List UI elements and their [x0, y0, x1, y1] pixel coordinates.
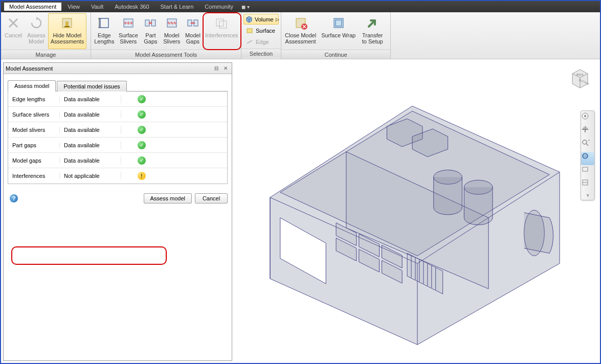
cursor-icon: ▷ — [276, 17, 279, 22]
viewport[interactable]: BACK BOTTOM + ▾ — [234, 60, 598, 361]
tab-potential-issues[interactable]: Potential model issues — [57, 81, 126, 92]
status-ok-icon: ✓ — [138, 126, 146, 134]
nav-pan-icon[interactable] — [581, 125, 594, 139]
help-icon[interactable]: ? — [10, 194, 18, 202]
menu-view[interactable]: View — [62, 3, 85, 11]
status-ok-icon: ✓ — [138, 156, 146, 165]
model-gaps-icon — [185, 15, 201, 31]
interferences-button[interactable]: Interferences — [203, 13, 240, 49]
assess-model-button[interactable]: Assess Model — [25, 13, 48, 49]
cancel-panel-button[interactable]: Cancel — [195, 193, 228, 203]
menu-start-learn[interactable]: Start & Learn — [155, 3, 199, 11]
status-ok-icon: ✓ — [138, 141, 146, 149]
surface-icon — [246, 27, 254, 35]
edge-lengths-button[interactable]: Edge Lengths — [92, 13, 117, 49]
nav-expand-icon[interactable]: ▾ — [581, 192, 594, 199]
menu-model-assessment[interactable]: Model Assessment — [4, 3, 61, 11]
table-row-interferences: Interferences Not applicable ! — [8, 168, 227, 184]
ribbon-group-continue-label: Continue — [281, 50, 390, 59]
part-gaps-icon — [142, 15, 159, 31]
hide-label1: Hide Model — [53, 32, 82, 38]
assess-model-label1: Assess — [27, 32, 45, 38]
menu-community[interactable]: Community — [199, 3, 238, 11]
svg-text:BACK: BACK — [576, 73, 584, 76]
svg-point-36 — [583, 153, 588, 158]
model-assessment-panel: Model Assessment ⊟ ✕ Assess model Potent… — [3, 62, 232, 361]
ribbon-group-manage-label: Manage — [1, 50, 91, 59]
transfer-icon — [364, 15, 381, 31]
surface-wrap-icon — [330, 15, 347, 31]
table-row: Surface slivers Data available ✓ — [8, 107, 227, 122]
hide-assessments-button[interactable]: Hide Model Assessments — [48, 13, 86, 49]
svg-rect-4 — [100, 18, 108, 28]
menubar: Model Assessment View Vault Autodesk 360… — [1, 1, 600, 12]
menu-overflow-icon[interactable]: ◼ ▾ — [239, 4, 252, 10]
interferences-icon — [213, 15, 230, 31]
nav-toolbar: + ▾ — [581, 110, 595, 200]
nav-lookAt-icon[interactable] — [581, 165, 594, 178]
model-slivers-button[interactable]: Model Slivers — [161, 13, 183, 49]
volume-icon — [246, 15, 253, 24]
panel-pin-icon[interactable]: ⊟ — [212, 65, 220, 72]
svg-rect-14 — [247, 29, 252, 33]
selection-surface[interactable]: Surface — [243, 25, 279, 36]
cancel-icon — [5, 15, 21, 31]
selection-edge: Edge — [243, 36, 279, 47]
edge-icon — [246, 38, 254, 46]
svg-line-34 — [586, 144, 588, 146]
close-assessment-button[interactable]: Close Model Assessment — [282, 13, 319, 49]
ribbon-group-tools-label: Model Assessment Tools — [91, 50, 241, 59]
svg-rect-12 — [216, 19, 224, 26]
svg-rect-38 — [583, 167, 588, 171]
menu-vault[interactable]: Vault — [86, 3, 108, 11]
model-slivers-icon — [164, 15, 180, 31]
ribbon-group-continue: Close Model Assessment Surface Wrap Tran… — [281, 12, 391, 59]
svg-point-33 — [583, 140, 587, 144]
status-ok-icon: ✓ — [138, 110, 146, 119]
cancel-label: Cancel — [5, 32, 22, 38]
status-warn-icon: ! — [138, 172, 146, 180]
nav-home-icon[interactable] — [581, 112, 594, 125]
svg-rect-13 — [219, 21, 227, 28]
ribbon-group-selection: Volume ▷ Surface Edge Selection — [241, 12, 281, 59]
menu-autodesk360[interactable]: Autodesk 360 — [109, 3, 154, 11]
table-row: Part gaps Data available ✓ — [8, 138, 227, 153]
part-gaps-button[interactable]: Part Gaps — [140, 13, 161, 49]
surface-slivers-button[interactable]: Surface Slivers — [117, 13, 140, 49]
table-row: Edge lengths Data available ✓ — [8, 92, 227, 107]
svg-rect-8 — [151, 20, 155, 26]
nav-orbit-icon[interactable] — [581, 152, 594, 165]
panel-title: Model Assessment — [6, 65, 211, 72]
ribbon-group-selection-label: Selection — [241, 49, 281, 58]
ribbon-group-tools: Edge Lengths Surface Slivers Part Gaps M… — [91, 12, 241, 59]
panel-close-icon[interactable]: ✕ — [221, 65, 230, 72]
refresh-icon — [28, 15, 44, 31]
transfer-setup-button[interactable]: Transfer to Setup — [358, 13, 387, 49]
ribbon: Cancel Assess Model Hide Model Assessmen… — [1, 12, 600, 59]
panel-tabs: Assess model Potential model issues — [8, 79, 228, 92]
svg-point-37 — [583, 155, 588, 157]
table-row: Model slivers Data available ✓ — [8, 122, 227, 138]
svg-point-32 — [584, 115, 586, 117]
hide-label2: Assessments — [51, 38, 84, 44]
panel-header[interactable]: Model Assessment ⊟ ✕ — [4, 63, 232, 74]
selection-volume[interactable]: Volume ▷ — [243, 14, 279, 25]
surface-wrap-button[interactable]: Surface Wrap — [319, 13, 358, 49]
surface-slivers-icon — [120, 15, 137, 31]
tab-assess-model[interactable]: Assess model — [8, 80, 56, 92]
cancel-button[interactable]: Cancel — [2, 13, 25, 49]
assess-model-label2: Model — [29, 38, 44, 44]
hide-icon — [59, 15, 75, 31]
ribbon-group-manage: Cancel Assess Model Hide Model Assessmen… — [1, 12, 91, 59]
assessment-table: Edge lengths Data available ✓ Surface sl… — [8, 92, 228, 184]
nav-section-icon[interactable] — [581, 178, 594, 192]
table-row: Model gaps Data available ✓ — [8, 153, 227, 168]
assess-model-panel-button[interactable]: Assess model — [144, 193, 192, 203]
nav-zoom-icon[interactable]: + — [581, 139, 594, 152]
svg-text:+: + — [588, 139, 590, 143]
close-assessment-icon — [293, 15, 309, 31]
svg-rect-7 — [145, 20, 149, 26]
model-gaps-button[interactable]: Model Gaps — [183, 13, 204, 49]
edge-lengths-icon — [96, 15, 113, 31]
viewcube[interactable]: BACK BOTTOM — [567, 64, 593, 90]
